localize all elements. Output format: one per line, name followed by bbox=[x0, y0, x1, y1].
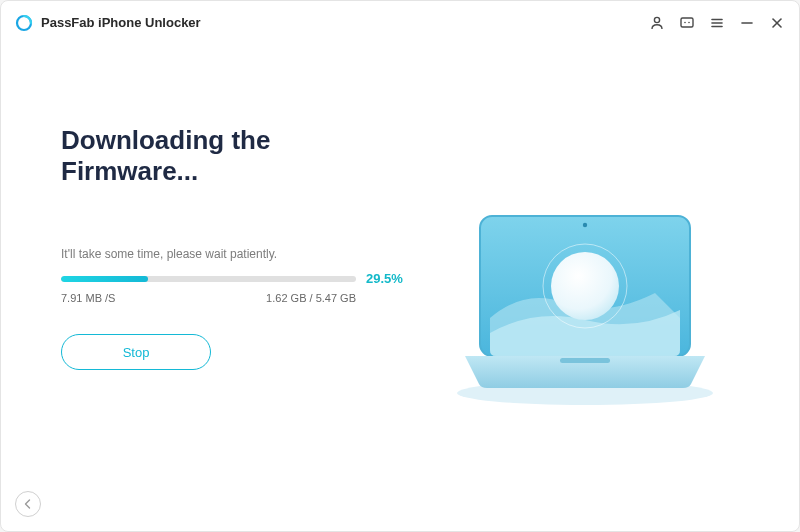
svg-point-3 bbox=[684, 21, 686, 23]
progress-row: 29.5% bbox=[61, 271, 410, 286]
svg-point-1 bbox=[654, 17, 659, 22]
stop-button[interactable]: Stop bbox=[61, 334, 211, 370]
content-area: Downloading the Firmware... It'll take s… bbox=[1, 45, 799, 531]
app-title: PassFab iPhone Unlocker bbox=[41, 15, 201, 30]
titlebar: PassFab iPhone Unlocker bbox=[1, 1, 799, 45]
svg-point-14 bbox=[582, 223, 586, 227]
svg-rect-17 bbox=[560, 358, 610, 363]
app-logo-icon bbox=[15, 14, 33, 32]
progress-percent: 29.5% bbox=[366, 271, 410, 286]
download-speed: 7.91 MB /S bbox=[61, 292, 115, 304]
feedback-icon[interactable] bbox=[679, 15, 695, 31]
titlebar-left: PassFab iPhone Unlocker bbox=[15, 14, 201, 32]
menu-icon[interactable] bbox=[709, 15, 725, 31]
left-pane: Downloading the Firmware... It'll take s… bbox=[61, 125, 410, 491]
minimize-icon[interactable] bbox=[739, 15, 755, 31]
svg-rect-2 bbox=[681, 18, 693, 27]
account-icon[interactable] bbox=[649, 15, 665, 31]
page-heading: Downloading the Firmware... bbox=[61, 125, 410, 187]
svg-point-4 bbox=[688, 21, 690, 23]
close-icon[interactable] bbox=[769, 15, 785, 31]
svg-point-15 bbox=[551, 252, 619, 320]
progress-fill bbox=[61, 276, 148, 282]
titlebar-right bbox=[649, 15, 785, 31]
back-button[interactable] bbox=[15, 491, 41, 517]
laptop-illustration bbox=[435, 198, 735, 418]
progress-bar bbox=[61, 276, 356, 282]
app-window: PassFab iPhone Unlocker bbox=[0, 0, 800, 532]
right-pane bbox=[410, 125, 759, 491]
download-size: 1.62 GB / 5.47 GB bbox=[266, 292, 356, 304]
progress-stats: 7.91 MB /S 1.62 GB / 5.47 GB bbox=[61, 292, 410, 304]
wait-message: It'll take some time, please wait patien… bbox=[61, 247, 410, 261]
